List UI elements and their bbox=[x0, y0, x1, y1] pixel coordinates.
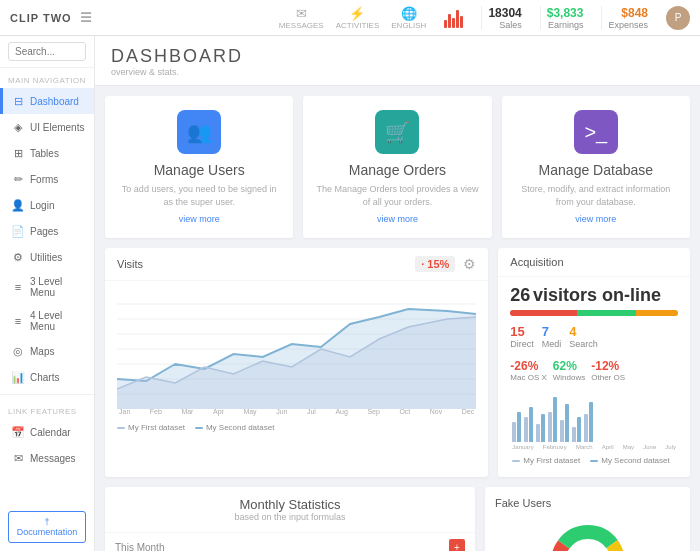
acq-bar-medi bbox=[577, 310, 636, 316]
pages-icon: 📄 bbox=[11, 224, 25, 238]
messages-icon-item[interactable]: ✉ MESSAGES bbox=[279, 6, 324, 30]
cards-row: 👥 Manage Users To add users, you need to… bbox=[105, 96, 690, 238]
legend-dot-2 bbox=[195, 427, 203, 429]
app-name: CLIP TWO bbox=[10, 12, 72, 24]
activities-icon-item[interactable]: ⚡ ACTIVITIES bbox=[336, 6, 380, 30]
visits-chart-title: Visits bbox=[117, 258, 143, 270]
manage-database-card: >_ Manage Database Store, modify, and ex… bbox=[502, 96, 690, 238]
manage-orders-link[interactable]: view more bbox=[377, 214, 418, 224]
sidebar-item-utilities[interactable]: ⚙ Utilities bbox=[0, 244, 94, 270]
charts-icon: 📊 bbox=[11, 370, 25, 384]
sidebar-item-label: Forms bbox=[30, 174, 58, 185]
sidebar-item-maps[interactable]: ◎ Maps bbox=[0, 338, 94, 364]
charts-row: Visits · 15% ⚙ bbox=[105, 248, 690, 477]
acq-bar-chart bbox=[510, 390, 678, 442]
visits-settings-icon[interactable]: ⚙ bbox=[463, 256, 476, 272]
sidebar-item-login[interactable]: 👤 Login bbox=[0, 192, 94, 218]
page-subtitle: overview & stats. bbox=[111, 67, 684, 77]
sidebar-item-label: Login bbox=[30, 200, 54, 211]
sidebar: MAIN NAVIGATION ⊟ Dashboard ◈ UI Element… bbox=[0, 36, 95, 551]
acq-legend-1: My First dataset bbox=[512, 456, 580, 465]
maps-icon: ◎ bbox=[11, 344, 25, 358]
manage-database-desc: Store, modify, and extract information f… bbox=[514, 183, 678, 208]
message-icon: ✉ bbox=[296, 6, 307, 21]
this-month-header[interactable]: This Month + bbox=[105, 533, 475, 551]
manage-users-link[interactable]: view more bbox=[179, 214, 220, 224]
manage-database-title: Manage Database bbox=[539, 162, 653, 178]
acquisition-header: Acquisition bbox=[498, 248, 690, 277]
language-selector[interactable]: 🌐 ENGLISH bbox=[391, 6, 426, 30]
month-labels: Jan Feb Mar Apr May Jun Jul Aug Sep Oct … bbox=[117, 408, 476, 415]
acq-stat-direct: 15 Direct bbox=[510, 324, 534, 349]
acq-legend: My First dataset My Second dataset bbox=[510, 452, 678, 469]
sidebar-item-3level[interactable]: ≡ 3 Level Menu bbox=[0, 270, 94, 304]
sidebar-bottom: † Documentation bbox=[0, 503, 94, 551]
visits-badge: · 15% bbox=[415, 256, 455, 272]
users-card-icon: 👥 bbox=[177, 110, 221, 154]
acq-online-label: 26 visitors on-line bbox=[510, 285, 678, 306]
acq-legend-2: My Second dataset bbox=[590, 456, 669, 465]
sidebar-item-calendar[interactable]: 📅 Calendar bbox=[0, 419, 94, 445]
sidebar-item-ui-elements[interactable]: ◈ UI Elements bbox=[0, 114, 94, 140]
sidebar-item-pages[interactable]: 📄 Pages bbox=[0, 218, 94, 244]
menu3-icon: ≡ bbox=[11, 280, 25, 294]
visits-chart-header: Visits · 15% ⚙ bbox=[105, 248, 488, 281]
visits-chart-panel: Visits · 15% ⚙ bbox=[105, 248, 488, 477]
sidebar-item-label: Maps bbox=[30, 346, 54, 357]
sidebar-item-messages[interactable]: ✉ Messages bbox=[0, 445, 94, 471]
sidebar-item-label: Charts bbox=[30, 372, 59, 383]
manage-users-desc: To add users, you need to be signed in a… bbox=[117, 183, 281, 208]
acquisition-bar bbox=[510, 310, 678, 316]
expenses-stat: $848 Expenses bbox=[601, 6, 654, 30]
page-header: DASHBOARD overview & stats. bbox=[95, 36, 700, 86]
search-input[interactable] bbox=[8, 42, 86, 61]
topbar: CLIP TWO ☰ ✉ MESSAGES ⚡ ACTIVITIES 🌐 ENG… bbox=[0, 0, 700, 36]
login-icon: 👤 bbox=[11, 198, 25, 212]
ui-icon: ◈ bbox=[11, 120, 25, 134]
acquisition-body: 26 visitors on-line 15 Direct bbox=[498, 277, 690, 477]
documentation-button[interactable]: † Documentation bbox=[8, 511, 86, 543]
sidebar-item-label: 4 Level Menu bbox=[30, 310, 86, 332]
acq-bar-direct bbox=[510, 310, 577, 316]
visits-line-chart: Jan Feb Mar Apr May Jun Jul Aug Sep Oct … bbox=[105, 281, 488, 419]
expand-button[interactable]: + bbox=[449, 539, 465, 551]
sidebar-search-area bbox=[0, 36, 94, 68]
sidebar-item-forms[interactable]: ✏ Forms bbox=[0, 166, 94, 192]
sidebar-item-label: Dashboard bbox=[30, 96, 79, 107]
dashboard-icon: ⊟ bbox=[11, 94, 25, 108]
manage-orders-card: 🛒 Manage Orders The Manage Orders tool p… bbox=[303, 96, 491, 238]
acquisition-title: Acquisition bbox=[510, 256, 563, 268]
acquisition-os: -26% Mac OS X 62% Windows -12% Other OS bbox=[510, 359, 678, 382]
tables-icon: ⊞ bbox=[11, 146, 25, 160]
sidebar-item-label: Pages bbox=[30, 226, 58, 237]
acq-bar-search bbox=[636, 310, 678, 316]
sidebar-item-dashboard[interactable]: ⊟ Dashboard bbox=[0, 88, 94, 114]
sidebar-item-charts[interactable]: 📊 Charts bbox=[0, 364, 94, 390]
database-card-icon: >_ bbox=[574, 110, 618, 154]
calendar-icon: 📅 bbox=[11, 425, 25, 439]
sidebar-item-label: Utilities bbox=[30, 252, 62, 263]
main-content: DASHBOARD overview & stats. 👥 Manage Use… bbox=[95, 36, 700, 551]
manage-users-title: Manage Users bbox=[154, 162, 245, 178]
manage-orders-desc: The Manage Orders tool provides a view o… bbox=[315, 183, 479, 208]
topbar-icons: ✉ MESSAGES ⚡ ACTIVITIES 🌐 ENGLISH 18304 … bbox=[279, 6, 690, 30]
sidebar-item-tables[interactable]: ⊞ Tables bbox=[0, 140, 94, 166]
donut-container: 490 Acquisition Blue Green bbox=[495, 517, 680, 551]
sidebar-item-label: Calendar bbox=[30, 427, 71, 438]
visits-percent: · 15% bbox=[421, 258, 449, 270]
content-area: 👥 Manage Users To add users, you need to… bbox=[95, 86, 700, 551]
sidebar-item-label: UI Elements bbox=[30, 122, 84, 133]
fake-users-title: Fake Users bbox=[495, 497, 680, 509]
avatar[interactable]: P bbox=[666, 6, 690, 30]
visits-chart-legend: My First dataset My Second dataset bbox=[105, 419, 488, 438]
legend-item-2: My Second dataset bbox=[195, 423, 274, 432]
manage-database-link[interactable]: view more bbox=[575, 214, 616, 224]
legend-item-1: My First dataset bbox=[117, 423, 185, 432]
acq-stat-search: 4 Search bbox=[569, 324, 598, 349]
monthly-stats-panel: Monthly Statistics based on the input fo… bbox=[105, 487, 475, 551]
sidebar-item-4level[interactable]: ≡ 4 Level Menu bbox=[0, 304, 94, 338]
orders-card-icon: 🛒 bbox=[375, 110, 419, 154]
menu-icon[interactable]: ☰ bbox=[80, 10, 92, 25]
manage-orders-title: Manage Orders bbox=[349, 162, 446, 178]
acquisition-stats: 15 Direct 7 Medi 4 Search bbox=[510, 324, 678, 349]
